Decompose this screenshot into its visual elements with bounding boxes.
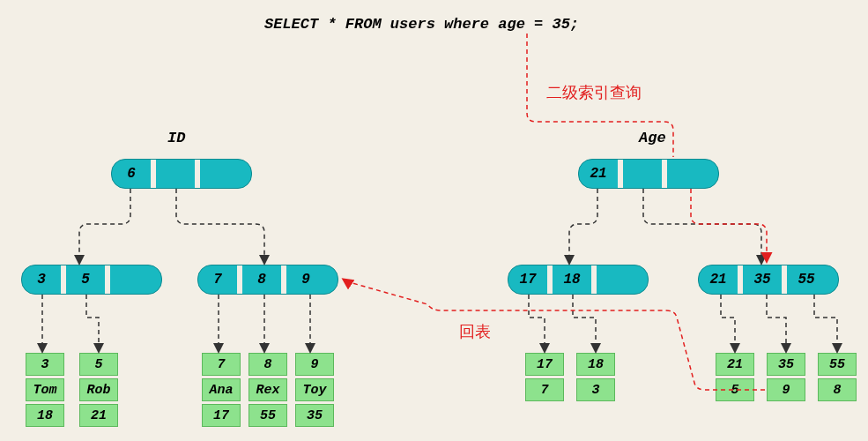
leaf-key: 18 — [576, 353, 615, 376]
node-key: 8 — [242, 265, 281, 294]
leaf-val: 17 — [202, 404, 241, 427]
id-leaf: 3 Tom 18 — [26, 353, 64, 427]
node-key: 9 — [286, 265, 325, 294]
node-key — [623, 160, 662, 188]
id-child-right: 7 8 9 — [197, 265, 338, 295]
leaf-val: 8 — [818, 378, 857, 401]
leaf-key: 17 — [525, 353, 564, 376]
age-leaf: 55 8 — [818, 353, 857, 401]
node-key: 21 — [699, 265, 738, 294]
node-key: 35 — [743, 265, 782, 294]
sql-statement: SELECT * FROM users where age = 35; — [264, 16, 579, 33]
leaf-val: 3 — [576, 378, 615, 401]
leaf-name: Ana — [202, 378, 241, 401]
node-key — [110, 265, 149, 294]
node-key: 6 — [112, 160, 151, 188]
annotation-secondary-index: 二级索引查询 — [546, 82, 642, 103]
leaf-name: Toy — [295, 378, 334, 401]
node-key: 55 — [787, 265, 826, 294]
id-root-node: 6 — [111, 159, 252, 189]
age-leaf: 35 9 — [767, 353, 805, 401]
node-key — [597, 265, 635, 294]
leaf-val: 5 — [716, 378, 754, 401]
leaf-key: 55 — [818, 353, 857, 376]
node-key — [156, 160, 195, 188]
id-leaf: 8 Rex 55 — [249, 353, 287, 427]
node-key: 7 — [198, 265, 237, 294]
leaf-key: 8 — [249, 353, 287, 376]
age-leaf: 17 7 — [525, 353, 564, 401]
leaf-val: 55 — [249, 404, 287, 427]
node-key: 21 — [579, 160, 618, 188]
id-leaf: 9 Toy 35 — [295, 353, 334, 427]
node-key — [667, 160, 706, 188]
leaf-val: 35 — [295, 404, 334, 427]
age-leaf: 21 5 — [716, 353, 754, 401]
annotation-back-to-table: 回表 — [459, 321, 491, 342]
id-tree-label: ID — [167, 130, 185, 146]
leaf-val: 21 — [79, 404, 118, 427]
leaf-name: Tom — [26, 378, 64, 401]
node-key: 17 — [508, 265, 547, 294]
leaf-name: Rob — [79, 378, 118, 401]
leaf-key: 9 — [295, 353, 334, 376]
leaf-name: Rex — [249, 378, 287, 401]
node-key: 5 — [66, 265, 105, 294]
age-leaf: 18 3 — [576, 353, 615, 401]
id-leaf: 5 Rob 21 — [79, 353, 118, 427]
leaf-key: 5 — [79, 353, 118, 376]
leaf-val: 9 — [767, 378, 805, 401]
node-key: 18 — [553, 265, 591, 294]
leaf-val: 18 — [26, 404, 64, 427]
id-leaf: 7 Ana 17 — [202, 353, 241, 427]
node-key — [200, 160, 239, 188]
leaf-key: 7 — [202, 353, 241, 376]
leaf-key: 3 — [26, 353, 64, 376]
age-child-left: 17 18 — [508, 265, 649, 295]
leaf-key: 35 — [767, 353, 805, 376]
age-child-right: 21 35 55 — [698, 265, 839, 295]
age-root-node: 21 — [578, 159, 719, 189]
leaf-val: 7 — [525, 378, 564, 401]
age-tree-label: Age — [639, 130, 666, 146]
node-key: 3 — [22, 265, 61, 294]
leaf-key: 21 — [716, 353, 754, 376]
id-child-left: 3 5 — [21, 265, 162, 295]
